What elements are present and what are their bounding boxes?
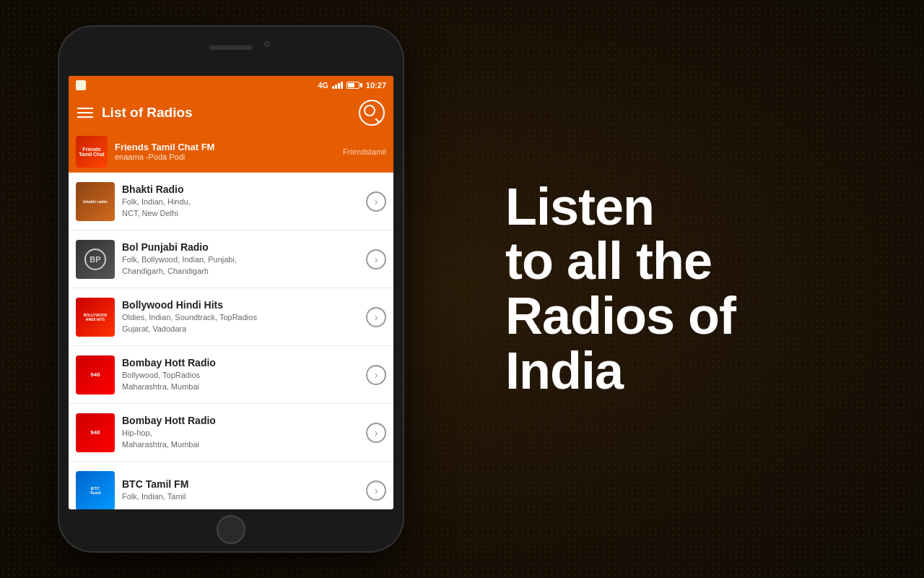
radio-logo-bollywood: BOLLYWOODHINDI HITS [76, 298, 115, 337]
svg-text:BP: BP [90, 255, 100, 264]
radio-info-bhakti: Bhakti Radio Folk, Indian, Hindu,NCT, Ne… [122, 184, 359, 219]
now-playing-station: Friendstamil [343, 147, 386, 156]
radio-info-bombay1: Bombay Hott Radio Bollywood, TopRadiosMa… [122, 357, 359, 392]
now-playing-track: enaama -Poda Podi [115, 152, 336, 161]
bombay1-logo-text: 940 [90, 371, 100, 378]
status-right: 4G 10:27 [318, 81, 386, 90]
radio-info-bombay2: Bombay Hott Radio Hip-hop,Maharashtra, M… [122, 415, 359, 450]
radio-info-btc: BTC Tamil FM Folk, Indian, Tamil [122, 478, 359, 502]
radio-arrow-btc[interactable]: › [366, 480, 386, 501]
radio-arrow-bombay1[interactable]: › [366, 365, 386, 385]
phone-frame: 4G 10:27 [58, 25, 404, 553]
status-bar: 4G 10:27 [69, 76, 393, 95]
signal-label: 4G [318, 81, 328, 90]
radio-info-bollywood: Bollywood Hindi Hits Oldies, Indian, Sou… [122, 299, 359, 335]
radio-name-bombay1: Bombay Hott Radio [122, 357, 359, 368]
headline-line4: India [505, 342, 623, 400]
right-panel: Listen to all the Radios of India [462, 0, 924, 578]
radio-tags-bombay1: Bollywood, TopRadiosMaharashtra, Mumbai [122, 370, 359, 392]
now-playing-logo: Friends Tamil Chat [76, 136, 108, 168]
radio-info-bol: Bol Punjabi Radio Folk, Bollywood, India… [122, 241, 359, 277]
radio-arrow-bhakti[interactable]: › [366, 191, 386, 212]
radio-name-bollywood: Bollywood Hindi Hits [122, 299, 359, 311]
radio-item-bombay2[interactable]: 940 Bombay Hott Radio Hip-hop,Maharashtr… [69, 404, 393, 462]
battery-icon [346, 82, 362, 89]
now-playing-name: Friends Tamil Chat FM [115, 142, 336, 152]
bhakti-logo-text: bhakti radio [82, 198, 109, 205]
radio-name-bol: Bol Punjabi Radio [122, 241, 359, 253]
headline-line3: Radios of [505, 287, 736, 345]
radio-name-bhakti: Bhakti Radio [122, 184, 359, 195]
btc-logo-text: BTCTamil [90, 486, 100, 495]
phone-screen: 4G 10:27 [69, 76, 393, 509]
menu-icon[interactable] [77, 108, 93, 118]
radio-arrow-bol[interactable]: › [366, 249, 386, 269]
radio-name-bombay2: Bombay Hott Radio [122, 415, 359, 426]
status-left [76, 80, 86, 90]
status-indicator [76, 80, 86, 90]
radio-logo-bhakti: bhakti radio [76, 182, 115, 221]
bollywood-logo-text: BOLLYWOODHINDI HITS [82, 311, 109, 323]
radio-tags-bol: Folk, Bollywood, Indian, Punjabi,Chandig… [122, 254, 359, 277]
headline-text: Listen to all the Radios of India [505, 180, 736, 398]
radio-tags-bhakti: Folk, Indian, Hindu,NCT, New Delhi [122, 197, 359, 219]
radio-logo-btc: BTCTamil [76, 471, 115, 510]
toolbar-title: List of Radios [102, 105, 350, 121]
radio-tags-bombay2: Hip-hop,Maharashtra, Mumbai [122, 428, 359, 450]
phone-speaker [209, 46, 253, 50]
bombay2-logo-text: 940 [90, 429, 100, 436]
radio-logo-bombay1: 940 [76, 355, 115, 394]
radio-item-bol-punjabi[interactable]: BP Bol Punjabi Radio Folk, Bollywood, In… [69, 230, 393, 288]
radio-tags-btc: Folk, Indian, Tamil [122, 491, 359, 502]
headline-line1: Listen [505, 178, 654, 236]
phone-camera [264, 41, 270, 47]
radio-item-bollywood[interactable]: BOLLYWOODHINDI HITS Bollywood Hindi Hits… [69, 288, 393, 346]
headline-line2: to all the [505, 232, 712, 290]
time-display: 10:27 [366, 81, 386, 90]
radio-item-bombay1[interactable]: 940 Bombay Hott Radio Bollywood, TopRadi… [69, 346, 393, 404]
radio-item-btc[interactable]: BTCTamil BTC Tamil FM Folk, Indian, Tami… [69, 462, 393, 509]
left-panel: 4G 10:27 [0, 0, 462, 578]
radio-name-btc: BTC Tamil FM [122, 478, 359, 490]
now-playing-info: Friends Tamil Chat FM enaama -Poda Podi [115, 142, 336, 161]
signal-bars [332, 82, 343, 89]
app-toolbar: List of Radios [69, 95, 393, 131]
now-playing-logo-text: Friends Tamil Chat [76, 136, 108, 168]
radio-list: bhakti radio Bhakti Radio Folk, Indian, … [69, 173, 393, 509]
radio-logo-bombay2: 940 [76, 413, 115, 452]
radio-tags-bollywood: Oldies, Indian, Soundtrack, TopRadiosGuj… [122, 312, 359, 335]
radio-item-bhakti[interactable]: bhakti radio Bhakti Radio Folk, Indian, … [69, 173, 393, 230]
search-button[interactable] [359, 100, 385, 126]
radio-arrow-bombay2[interactable]: › [366, 423, 386, 443]
phone-home-button[interactable] [217, 515, 245, 544]
radio-logo-bol: BP [76, 240, 115, 279]
radio-arrow-bollywood[interactable]: › [366, 307, 386, 327]
now-playing-bar[interactable]: Friends Tamil Chat Friends Tamil Chat FM… [69, 131, 393, 173]
